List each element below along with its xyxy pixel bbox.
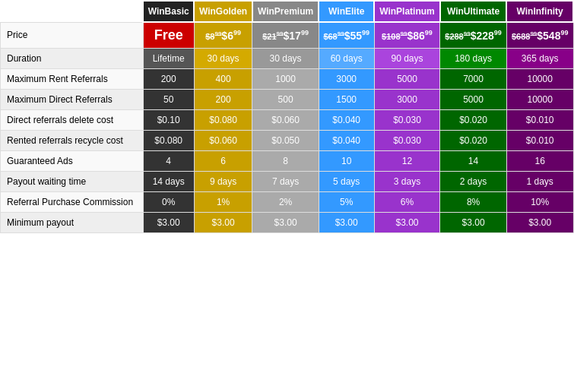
table-row: DurationLifetime30 days30 days60 days90 … [1,49,574,69]
table-row: Minimum payout$3.00$3.00$3.00$3.00$3.00$… [1,213,574,233]
table-cell: $2199$1799 [252,22,319,49]
row-label: Direct referrals delete cost [1,110,144,131]
table-cell: 200 [143,69,194,90]
table-cell: $10899$8699 [374,22,440,49]
row-label: Maximum Direct Referrals [1,90,144,110]
table-cell: 8% [440,192,507,213]
table-cell: 3000 [374,90,440,110]
table-cell: 6 [194,151,252,172]
table-cell: 6% [374,192,440,213]
table-cell: 0% [143,192,194,213]
table-cell: $3.00 [252,213,319,233]
table-cell: Lifetime [143,49,194,69]
row-label: Minimum payout [1,213,144,233]
table-row: Maximum Rent Referrals200400100030005000… [1,69,574,90]
table-cell: 7 days [252,172,319,192]
table-cell: 8 [252,151,319,172]
table-cell: 7000 [440,69,507,90]
table-cell: $0.020 [440,131,507,151]
table-cell: 200 [194,90,252,110]
table-cell: 9 days [194,172,252,192]
table-cell: $0.050 [252,131,319,151]
table-cell: 1000 [252,69,319,90]
row-label: Price [1,22,144,49]
table-cell: 365 days [506,49,573,69]
table-cell: 3000 [319,69,374,90]
table-cell: $0.080 [143,131,194,151]
table-cell: $3.00 [319,213,374,233]
table-cell: $0.030 [374,131,440,151]
table-cell: 10% [506,192,573,213]
plan-header-platinum: WinPlatinum [374,1,440,22]
table-cell: 3 days [374,172,440,192]
table-row: Guaranteed Ads46810121416 [1,151,574,172]
table-row: Rented referrals recycle cost$0.080$0.06… [1,131,574,151]
table-cell: $899$699 [194,22,252,49]
table-cell: 5000 [374,69,440,90]
table-cell: 1% [194,192,252,213]
table-cell: 1500 [319,90,374,110]
row-label: Maximum Rent Referrals [1,69,144,90]
table-cell: $6899$5599 [319,22,374,49]
table-cell: $0.030 [374,110,440,131]
empty-header [1,1,144,22]
table-cell: 5 days [319,172,374,192]
table-cell: 2% [252,192,319,213]
table-row: Payout waiting time14 days9 days7 days5 … [1,172,574,192]
table-cell: 30 days [252,49,319,69]
table-cell: $0.060 [252,110,319,131]
row-label: Referral Purchase Commission [1,192,144,213]
table-cell: 2 days [440,172,507,192]
table-cell: 10000 [506,69,573,90]
table-cell: $28899$22899 [440,22,507,49]
table-cell: $3.00 [194,213,252,233]
table-cell: 5000 [440,90,507,110]
table-cell: $0.10 [143,110,194,131]
plan-header-elite: WinElite [319,1,374,22]
table-cell: $0.040 [319,131,374,151]
table-cell: 10000 [506,90,573,110]
table-cell: 500 [252,90,319,110]
row-label: Duration [1,49,144,69]
table-cell: $3.00 [440,213,507,233]
table-cell: $0.010 [506,131,573,151]
plan-header-infinity: WinInfinity [506,1,573,22]
table-row: Maximum Direct Referrals5020050015003000… [1,90,574,110]
table-cell: Free [143,22,194,49]
table-row: Direct referrals delete cost$0.10$0.080$… [1,110,574,131]
table-cell: 50 [143,90,194,110]
row-label: Rented referrals recycle cost [1,131,144,151]
table-cell: 90 days [374,49,440,69]
plan-header-premium: WinPremium [252,1,319,22]
table-cell: $3.00 [374,213,440,233]
table-cell: 14 days [143,172,194,192]
table-cell: $0.040 [319,110,374,131]
table-cell: $0.080 [194,110,252,131]
table-cell: $0.060 [194,131,252,151]
table-row: PriceFree$899$699$2199$1799$6899$5599$10… [1,22,574,49]
header-row: WinBasic WinGolden WinPremium WinElite W… [1,1,574,22]
table-cell: 14 [440,151,507,172]
plan-header-ultimate: WinUltimate [440,1,507,22]
table-cell: 10 [319,151,374,172]
comparison-table: WinBasic WinGolden WinPremium WinElite W… [0,0,574,233]
plan-header-basic: WinBasic [143,1,194,22]
table-row: Referral Purchase Commission0%1%2%5%6%8%… [1,192,574,213]
table-cell: 30 days [194,49,252,69]
table-cell: 1 days [506,172,573,192]
table-cell: $68899$54899 [506,22,573,49]
table-cell: 60 days [319,49,374,69]
row-label: Guaranteed Ads [1,151,144,172]
plan-header-golden: WinGolden [194,1,252,22]
table-cell: $0.020 [440,110,507,131]
table-cell: 400 [194,69,252,90]
table-cell: $0.010 [506,110,573,131]
table-cell: 5% [319,192,374,213]
table-cell: 12 [374,151,440,172]
table-cell: 16 [506,151,573,172]
table-cell: $3.00 [143,213,194,233]
row-label: Payout waiting time [1,172,144,192]
table-cell: $3.00 [506,213,573,233]
table-cell: 4 [143,151,194,172]
table-cell: 180 days [440,49,507,69]
